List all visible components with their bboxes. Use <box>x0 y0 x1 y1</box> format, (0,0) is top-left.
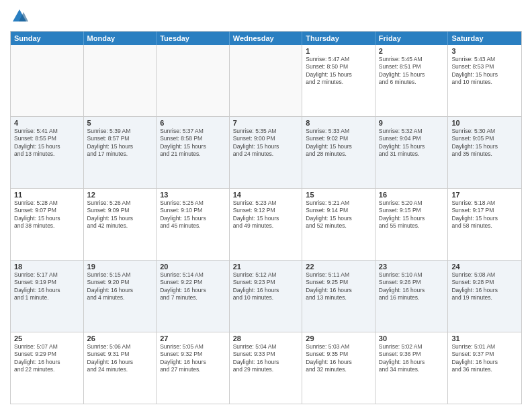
day-number: 19 <box>87 263 153 271</box>
day-info: Sunrise: 5:30 AM Sunset: 9:05 PM Dayligh… <box>451 128 518 158</box>
day-number: 27 <box>160 334 226 342</box>
day-info: Sunrise: 5:37 AM Sunset: 8:58 PM Dayligh… <box>160 128 226 158</box>
day-info: Sunrise: 5:05 AM Sunset: 9:32 PM Dayligh… <box>160 343 226 374</box>
day-cell-31: 31Sunrise: 5:01 AM Sunset: 9:37 PM Dayli… <box>448 332 521 404</box>
empty-cell <box>11 45 84 116</box>
empty-cell <box>230 45 303 116</box>
day-number: 6 <box>160 119 226 127</box>
day-number: 16 <box>379 191 445 199</box>
day-cell-16: 16Sunrise: 5:20 AM Sunset: 9:15 PM Dayli… <box>375 189 449 260</box>
day-cell-8: 8Sunrise: 5:33 AM Sunset: 9:02 PM Daylig… <box>302 117 375 188</box>
day-cell-2: 2Sunrise: 5:45 AM Sunset: 8:51 PM Daylig… <box>375 45 449 116</box>
day-number: 4 <box>14 119 80 127</box>
day-info: Sunrise: 5:47 AM Sunset: 8:50 PM Dayligh… <box>306 56 371 87</box>
day-info: Sunrise: 5:28 AM Sunset: 9:07 PM Dayligh… <box>14 199 80 230</box>
day-number: 28 <box>233 334 299 342</box>
day-info: Sunrise: 5:43 AM Sunset: 8:53 PM Dayligh… <box>451 56 518 87</box>
day-cell-22: 22Sunrise: 5:11 AM Sunset: 9:25 PM Dayli… <box>302 261 375 332</box>
day-info: Sunrise: 5:21 AM Sunset: 9:14 PM Dayligh… <box>306 199 371 230</box>
day-info: Sunrise: 5:41 AM Sunset: 8:55 PM Dayligh… <box>14 128 80 158</box>
day-number: 10 <box>451 119 518 127</box>
day-info: Sunrise: 5:14 AM Sunset: 9:22 PM Dayligh… <box>160 271 226 302</box>
day-cell-11: 11Sunrise: 5:28 AM Sunset: 9:07 PM Dayli… <box>11 189 84 260</box>
day-cell-4: 4Sunrise: 5:41 AM Sunset: 8:55 PM Daylig… <box>11 117 84 188</box>
calendar-row-1: 4Sunrise: 5:41 AM Sunset: 8:55 PM Daylig… <box>11 117 521 189</box>
day-number: 17 <box>451 191 518 199</box>
day-cell-21: 21Sunrise: 5:12 AM Sunset: 9:23 PM Dayli… <box>230 261 303 332</box>
day-info: Sunrise: 5:33 AM Sunset: 9:02 PM Dayligh… <box>306 128 371 158</box>
day-number: 30 <box>379 334 445 342</box>
logo <box>10 7 32 26</box>
day-cell-7: 7Sunrise: 5:35 AM Sunset: 9:00 PM Daylig… <box>230 117 303 188</box>
calendar-row-2: 11Sunrise: 5:28 AM Sunset: 9:07 PM Dayli… <box>11 189 521 261</box>
day-info: Sunrise: 5:15 AM Sunset: 9:20 PM Dayligh… <box>87 271 153 302</box>
day-number: 5 <box>87 119 153 127</box>
day-number: 23 <box>379 263 445 271</box>
header-day-friday: Friday <box>375 32 449 45</box>
calendar-row-4: 25Sunrise: 5:07 AM Sunset: 9:29 PM Dayli… <box>11 332 521 404</box>
day-number: 31 <box>451 334 518 342</box>
day-info: Sunrise: 5:10 AM Sunset: 9:26 PM Dayligh… <box>379 271 445 302</box>
day-number: 12 <box>87 191 153 199</box>
day-cell-17: 17Sunrise: 5:18 AM Sunset: 9:17 PM Dayli… <box>448 189 521 260</box>
calendar-row-3: 18Sunrise: 5:17 AM Sunset: 9:19 PM Dayli… <box>11 261 521 332</box>
day-number: 15 <box>306 191 371 199</box>
day-cell-13: 13Sunrise: 5:25 AM Sunset: 9:10 PM Dayli… <box>157 189 230 260</box>
header-day-wednesday: Wednesday <box>230 32 303 45</box>
empty-cell <box>84 45 157 116</box>
day-cell-9: 9Sunrise: 5:32 AM Sunset: 9:04 PM Daylig… <box>375 117 449 188</box>
day-info: Sunrise: 5:23 AM Sunset: 9:12 PM Dayligh… <box>233 199 299 230</box>
day-number: 25 <box>14 334 80 342</box>
day-cell-6: 6Sunrise: 5:37 AM Sunset: 8:58 PM Daylig… <box>157 117 230 188</box>
day-number: 14 <box>233 191 299 199</box>
day-cell-3: 3Sunrise: 5:43 AM Sunset: 8:53 PM Daylig… <box>448 45 521 116</box>
header-day-tuesday: Tuesday <box>157 32 230 45</box>
day-cell-10: 10Sunrise: 5:30 AM Sunset: 9:05 PM Dayli… <box>448 117 521 188</box>
day-cell-5: 5Sunrise: 5:39 AM Sunset: 8:57 PM Daylig… <box>84 117 157 188</box>
day-info: Sunrise: 5:39 AM Sunset: 8:57 PM Dayligh… <box>87 128 153 158</box>
day-cell-15: 15Sunrise: 5:21 AM Sunset: 9:14 PM Dayli… <box>302 189 375 260</box>
calendar: SundayMondayTuesdayWednesdayThursdayFrid… <box>10 31 522 404</box>
day-info: Sunrise: 5:01 AM Sunset: 9:37 PM Dayligh… <box>451 343 518 374</box>
day-number: 26 <box>87 334 153 342</box>
empty-cell <box>157 45 230 116</box>
day-number: 18 <box>14 263 80 271</box>
day-number: 22 <box>306 263 371 271</box>
day-cell-19: 19Sunrise: 5:15 AM Sunset: 9:20 PM Dayli… <box>84 261 157 332</box>
day-cell-27: 27Sunrise: 5:05 AM Sunset: 9:32 PM Dayli… <box>157 332 230 404</box>
day-number: 11 <box>14 191 80 199</box>
day-info: Sunrise: 5:11 AM Sunset: 9:25 PM Dayligh… <box>306 271 371 302</box>
header-day-monday: Monday <box>84 32 157 45</box>
day-number: 3 <box>451 47 518 55</box>
calendar-header: SundayMondayTuesdayWednesdayThursdayFrid… <box>11 32 521 45</box>
day-info: Sunrise: 5:12 AM Sunset: 9:23 PM Dayligh… <box>233 271 299 302</box>
day-info: Sunrise: 5:26 AM Sunset: 9:09 PM Dayligh… <box>87 199 153 230</box>
day-info: Sunrise: 5:06 AM Sunset: 9:31 PM Dayligh… <box>87 343 153 374</box>
day-info: Sunrise: 5:08 AM Sunset: 9:28 PM Dayligh… <box>451 271 518 302</box>
day-cell-26: 26Sunrise: 5:06 AM Sunset: 9:31 PM Dayli… <box>84 332 157 404</box>
header <box>10 7 522 26</box>
day-info: Sunrise: 5:35 AM Sunset: 9:00 PM Dayligh… <box>233 128 299 158</box>
day-info: Sunrise: 5:03 AM Sunset: 9:35 PM Dayligh… <box>306 343 371 374</box>
day-number: 20 <box>160 263 226 271</box>
day-cell-24: 24Sunrise: 5:08 AM Sunset: 9:28 PM Dayli… <box>448 261 521 332</box>
day-number: 24 <box>451 263 518 271</box>
day-cell-23: 23Sunrise: 5:10 AM Sunset: 9:26 PM Dayli… <box>375 261 449 332</box>
day-cell-1: 1Sunrise: 5:47 AM Sunset: 8:50 PM Daylig… <box>302 45 375 116</box>
day-number: 29 <box>306 334 371 342</box>
day-info: Sunrise: 5:18 AM Sunset: 9:17 PM Dayligh… <box>451 199 518 230</box>
header-day-sunday: Sunday <box>11 32 84 45</box>
calendar-body: 1Sunrise: 5:47 AM Sunset: 8:50 PM Daylig… <box>11 45 521 404</box>
day-number: 2 <box>379 47 445 55</box>
calendar-row-0: 1Sunrise: 5:47 AM Sunset: 8:50 PM Daylig… <box>11 45 521 117</box>
day-cell-25: 25Sunrise: 5:07 AM Sunset: 9:29 PM Dayli… <box>11 332 84 404</box>
day-cell-29: 29Sunrise: 5:03 AM Sunset: 9:35 PM Dayli… <box>302 332 375 404</box>
header-day-saturday: Saturday <box>448 32 521 45</box>
day-info: Sunrise: 5:02 AM Sunset: 9:36 PM Dayligh… <box>379 343 445 374</box>
day-info: Sunrise: 5:07 AM Sunset: 9:29 PM Dayligh… <box>14 343 80 374</box>
day-cell-14: 14Sunrise: 5:23 AM Sunset: 9:12 PM Dayli… <box>230 189 303 260</box>
day-cell-12: 12Sunrise: 5:26 AM Sunset: 9:09 PM Dayli… <box>84 189 157 260</box>
day-number: 8 <box>306 119 371 127</box>
day-number: 13 <box>160 191 226 199</box>
day-cell-30: 30Sunrise: 5:02 AM Sunset: 9:36 PM Dayli… <box>375 332 449 404</box>
